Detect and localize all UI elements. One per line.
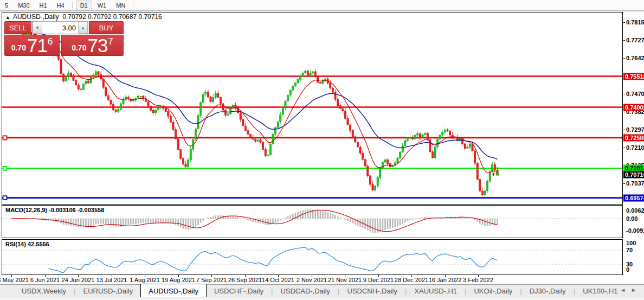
rsi-indicator-panel[interactable]: RSI(14) 42.5556 bbox=[2, 239, 623, 275]
axis-tick-mark bbox=[623, 183, 625, 184]
date-label: 24 Jun 2021 bbox=[62, 277, 95, 283]
toolbar-separator bbox=[133, 2, 133, 9]
axis-tick-mark bbox=[623, 112, 625, 112]
date-label: 7 Sep 2021 bbox=[196, 277, 227, 283]
buy-price-big: 73 bbox=[87, 37, 107, 54]
axis-tick-mark bbox=[623, 148, 625, 148]
axis-tick-mark bbox=[623, 58, 625, 59]
indicator-tick-label: -0.009195 bbox=[626, 227, 644, 234]
chart-tab-bar: USDX,Weekly|EURUSD-,DailyAUDUSD-,DailyUS… bbox=[0, 284, 644, 297]
macd-indicator-panel[interactable]: MACD(12,26,9) -0.003106 -0.003558 bbox=[2, 205, 623, 238]
rsi-chart-canvas bbox=[2, 240, 622, 275]
collapse-panel-icon[interactable]: ▲ bbox=[5, 15, 10, 20]
buy-price-sup: 7 bbox=[108, 39, 113, 45]
indicator-tick-label: 70 bbox=[626, 247, 633, 253]
sell-price-big: 71 bbox=[27, 37, 47, 54]
date-label: 13 Jul 2021 bbox=[96, 277, 127, 283]
price-tick-label: 0.77275 bbox=[626, 37, 644, 43]
date-label: 6 Jun 2021 bbox=[30, 277, 60, 283]
price-tick-label: 0.76425 bbox=[626, 55, 644, 61]
timeframe-toolbar: 5M30H1H4D1W1MN bbox=[0, 0, 644, 11]
chart-symbol-label: AUDUSD-,Daily bbox=[13, 13, 59, 21]
price-badge-0.70716: 0.70716 bbox=[623, 171, 644, 178]
tab-dj30-daily[interactable]: DJ30-,Daily bbox=[522, 285, 574, 297]
price-badge-0.74002: 0.74002 bbox=[623, 104, 644, 111]
date-label: 16 Jan 2022 bbox=[429, 277, 462, 283]
timeframe-button-h4[interactable]: H4 bbox=[53, 1, 69, 10]
timeframe-button-mn[interactable]: MN bbox=[112, 1, 130, 10]
chart-ohlc-values: 0.70792 0.70792 0.70687 0.70716 bbox=[62, 13, 162, 21]
volume-decrease-button[interactable]: ▼ bbox=[33, 22, 42, 34]
timeframe-button-5[interactable]: 5 bbox=[1, 1, 12, 10]
price-badge-0.69574: 0.69574 bbox=[623, 194, 644, 201]
price-tick-label: 0.78150 bbox=[626, 19, 644, 25]
date-axis[interactable]: 18 May 20216 Jun 202124 Jun 202113 Jul 2… bbox=[2, 276, 623, 284]
toolbar-separator bbox=[72, 2, 73, 9]
macd-signal-value: -0.003558 bbox=[78, 207, 105, 213]
date-label: 26 Sep 2021 bbox=[228, 277, 262, 283]
tab-uk100-h1[interactable]: UK100-,H1 bbox=[575, 285, 625, 297]
sell-price-display[interactable]: 0.70 71 6 bbox=[4, 35, 60, 56]
price-tick-label: 0.74700 bbox=[626, 91, 644, 97]
price-axis[interactable]: 0.781500.772750.764250.747000.738250.729… bbox=[623, 12, 644, 276]
volume-increase-button[interactable]: ▲ bbox=[78, 22, 88, 34]
sell-price-small: 0.70 bbox=[11, 43, 26, 52]
axis-tick-mark bbox=[623, 94, 625, 94]
spin-down-icon: ▼ bbox=[35, 25, 40, 30]
tab-scroll-right-icon: ► bbox=[631, 287, 642, 293]
date-label: 1 Aug 2021 bbox=[130, 277, 160, 283]
price-badge-0.72508: 0.72508 bbox=[623, 134, 644, 141]
chart-title: ▲AUDUSD-,Daily 0.70792 0.70792 0.70687 0… bbox=[5, 13, 162, 21]
tab-usdcnh-daily[interactable]: USDCNH-,Daily bbox=[340, 285, 405, 297]
price-tick-label: 0.72975 bbox=[626, 126, 644, 133]
date-label: 3 Feb 2022 bbox=[463, 277, 493, 283]
date-label: 9 Dec 2021 bbox=[363, 277, 394, 283]
indicator-tick-label: 0 bbox=[626, 266, 629, 273]
tab-usdcad-daily[interactable]: USDCAD-,Daily bbox=[273, 285, 338, 297]
date-label: 21 Nov 2021 bbox=[328, 277, 362, 283]
date-label: 14 Oct 2021 bbox=[262, 277, 294, 283]
rsi-label: RSI(14) 42.5556 bbox=[5, 241, 49, 247]
timeframe-button-m30[interactable]: M30 bbox=[14, 1, 34, 10]
macd-main-value: -0.003106 bbox=[49, 207, 76, 213]
buy-price-display[interactable]: 0.70 73 7 bbox=[61, 35, 124, 56]
axis-tick-mark bbox=[623, 130, 625, 130]
volume-stepper: ▼ 3.00 ▲ bbox=[32, 21, 88, 34]
date-label: 19 Aug 2021 bbox=[162, 277, 195, 283]
tab-scroll-arrows[interactable]: ◄► bbox=[620, 287, 642, 293]
price-tick-label: 0.72100 bbox=[626, 144, 644, 151]
price-badge-0.75512: 0.75512 bbox=[623, 73, 644, 80]
axis-tick-mark bbox=[623, 40, 625, 41]
price-tick-label: 0.70375 bbox=[626, 180, 644, 187]
buy-button[interactable]: BUY bbox=[89, 21, 124, 34]
tab-ukoil-daily[interactable]: UKOil-,Daily bbox=[466, 285, 520, 297]
date-label: 28 Dec 2021 bbox=[395, 277, 428, 283]
sell-button[interactable]: SELL bbox=[4, 21, 31, 34]
macd-label: MACD(12,26,9) -0.003106 -0.003558 bbox=[5, 207, 104, 213]
tab-audusd-daily[interactable]: AUDUSD-,Daily bbox=[140, 284, 207, 297]
buy-price-small: 0.70 bbox=[72, 43, 86, 52]
volume-input[interactable]: 3.00 bbox=[42, 22, 78, 34]
tab-scroll-left-icon: ◄ bbox=[620, 287, 631, 293]
trading-platform-window: 5M30H1H4D1W1MN MACD(12,26,9) -0.003106 -… bbox=[0, 0, 644, 300]
tab-usdchf-daily[interactable]: USDCHF-,Daily bbox=[207, 285, 271, 297]
spin-up-icon: ▲ bbox=[81, 25, 85, 30]
bottom-strip bbox=[0, 297, 644, 300]
indicator-tick-label: 0.00 bbox=[626, 215, 637, 222]
tab-eurusd-daily[interactable]: EURUSD-,Daily bbox=[76, 285, 141, 297]
indicator-tick-label: 100 bbox=[626, 240, 636, 246]
one-click-trading-panel: SELL ▼ 3.00 ▲ BUY 0.70 71 6 0.70 73 7 bbox=[4, 21, 124, 56]
date-label: 18 May 2021 bbox=[0, 277, 29, 283]
rsi-value: 42.5556 bbox=[28, 241, 49, 247]
tab-xauusd-h1[interactable]: XAUUSD-,H1 bbox=[407, 285, 465, 297]
timeframe-button-h1[interactable]: H1 bbox=[35, 1, 51, 10]
tab-usdx-weekly[interactable]: USDX,Weekly bbox=[14, 285, 74, 297]
timeframe-button-d1[interactable]: D1 bbox=[76, 1, 92, 10]
sell-price-sup: 6 bbox=[48, 39, 53, 45]
timeframe-button-w1[interactable]: W1 bbox=[93, 1, 111, 10]
indicator-tick-label: 0.006201 bbox=[626, 207, 644, 214]
axis-tick-mark bbox=[623, 22, 625, 23]
date-label: 2 Nov 2021 bbox=[297, 277, 327, 283]
